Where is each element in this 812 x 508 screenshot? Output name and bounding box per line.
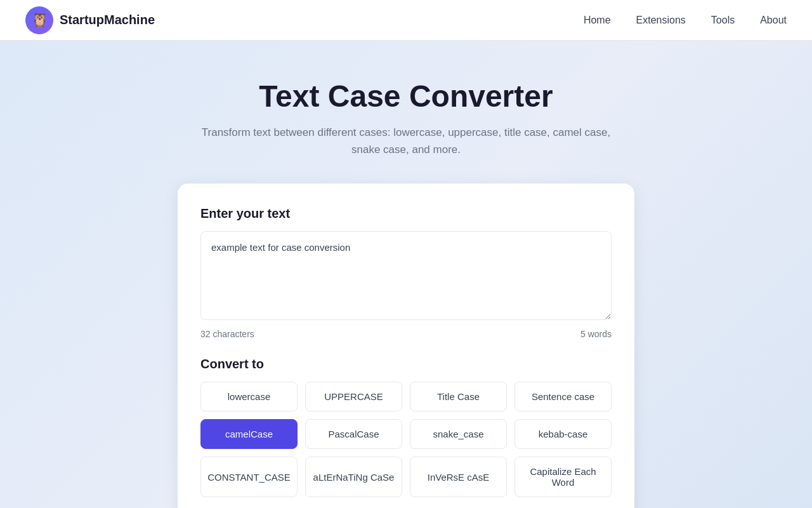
nav-link-tools[interactable]: Tools bbox=[711, 15, 735, 25]
nav-item-about[interactable]: About bbox=[760, 15, 787, 26]
btn-constant-case[interactable]: CONSTANT_CASE bbox=[200, 457, 298, 497]
hero-section: Text Case Converter Transform text betwe… bbox=[0, 41, 812, 184]
logo-icon: 🦉 bbox=[25, 6, 53, 34]
nav-link-extensions[interactable]: Extensions bbox=[636, 15, 686, 25]
btn-pascal-case[interactable]: PascalCase bbox=[305, 419, 402, 449]
nav-link-about[interactable]: About bbox=[760, 15, 787, 25]
nav-link-home[interactable]: Home bbox=[584, 15, 611, 25]
navbar: 🦉 StartupMachine Home Extensions Tools A… bbox=[0, 0, 812, 41]
text-input[interactable]: example text for case conversion bbox=[200, 231, 612, 320]
input-section: Enter your text example text for case co… bbox=[200, 206, 612, 339]
input-section-title: Enter your text bbox=[200, 206, 612, 221]
btn-title-case[interactable]: Title Case bbox=[410, 382, 507, 411]
word-count: 5 words bbox=[580, 329, 612, 339]
main-card: Enter your text example text for case co… bbox=[178, 184, 634, 508]
btn-kebab-case[interactable]: kebab-case bbox=[514, 419, 612, 449]
btn-sentence-case[interactable]: Sentence case bbox=[514, 382, 612, 411]
nav-menu: Home Extensions Tools About bbox=[584, 15, 787, 26]
brand: 🦉 StartupMachine bbox=[25, 6, 155, 34]
btn-alternating-case[interactable]: aLtErNaTiNg CaSe bbox=[305, 457, 402, 497]
convert-section: Convert to lowercase UPPERCASE Title Cas… bbox=[200, 357, 612, 497]
nav-item-extensions[interactable]: Extensions bbox=[636, 15, 686, 26]
stats-row: 32 characters 5 words bbox=[200, 329, 612, 339]
convert-section-title: Convert to bbox=[200, 357, 612, 371]
hero-subtitle: Transform text between different cases: … bbox=[190, 124, 622, 158]
convert-buttons-grid: lowercase UPPERCASE Title Case Sentence … bbox=[200, 382, 612, 497]
btn-lowercase[interactable]: lowercase bbox=[200, 382, 298, 411]
page-title: Text Case Converter bbox=[13, 79, 799, 114]
nav-item-home[interactable]: Home bbox=[584, 15, 611, 26]
brand-name: StartupMachine bbox=[60, 13, 155, 27]
nav-item-tools[interactable]: Tools bbox=[711, 15, 735, 26]
btn-inverse-case[interactable]: InVeRsE cAsE bbox=[410, 457, 507, 497]
btn-camel-case[interactable]: camelCase bbox=[200, 419, 298, 449]
char-count: 32 characters bbox=[200, 329, 254, 339]
btn-snake-case[interactable]: snake_case bbox=[410, 419, 507, 449]
btn-uppercase[interactable]: UPPERCASE bbox=[305, 382, 402, 411]
btn-capitalize-each[interactable]: Capitalize Each Word bbox=[514, 457, 612, 497]
